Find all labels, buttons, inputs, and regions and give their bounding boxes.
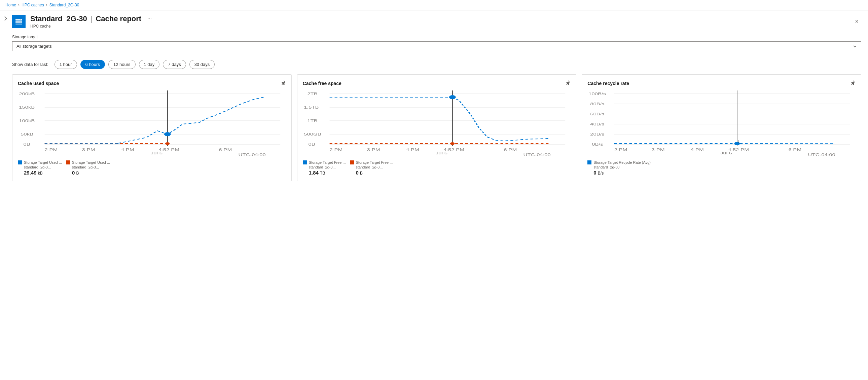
svg-point-4 (21, 22, 21, 23)
legend-item-orange-free: Storage Target Free ... standard_2g-3...… (350, 160, 393, 176)
svg-text:Jul 6: Jul 6 (436, 151, 447, 155)
svg-point-36 (449, 95, 456, 99)
storage-target-section: Storage target All storage targets (12, 31, 861, 55)
chart-cache-recycle-rate: Cache recycle rate 1 (582, 74, 861, 181)
svg-text:UTC-04:00: UTC-04:00 (239, 153, 266, 157)
svg-text:2TB: 2TB (307, 92, 317, 96)
svg-text:40B/s: 40B/s (590, 122, 605, 126)
svg-text:3 PM: 3 PM (82, 148, 95, 152)
svg-text:0B: 0B (24, 142, 30, 146)
legend-item-orange: Storage Target Used ... standard_2g-3...… (66, 160, 110, 176)
chart-title-free: Cache free space (303, 80, 571, 87)
page-icon (12, 15, 26, 28)
chevron-right-icon (3, 16, 9, 21)
storage-target-label: Storage target (12, 35, 861, 39)
pin-icon-free[interactable] (565, 80, 570, 87)
svg-text:|: | (738, 139, 740, 143)
breadcrumb: Home › HPC caches › Standard_2G-30 (5, 3, 79, 7)
svg-text:4:52 PM: 4:52 PM (158, 148, 179, 152)
sidebar-toggle[interactable] (0, 10, 12, 378)
time-btn-7days[interactable]: 7 days (163, 60, 186, 69)
svg-text:2 PM: 2 PM (45, 148, 58, 152)
legend-item-blue-free: Storage Target Free ... standard_2g-3...… (303, 160, 346, 176)
chevron-down-icon (853, 44, 857, 49)
time-filter: Show data for last: 1 hour 6 hours 12 ho… (12, 60, 861, 69)
time-btn-1day[interactable]: 1 day (139, 60, 160, 69)
legend-item-blue: Storage Target Used ... standard_2g-3...… (18, 160, 62, 176)
legend-item-blue-recycle: Storage Target Recycle Rate (Avg) standa… (587, 160, 651, 176)
page-subtitle: HPC cache (30, 24, 847, 29)
svg-text:150kB: 150kB (19, 105, 35, 109)
time-btn-1hour[interactable]: 1 hour (55, 60, 77, 69)
svg-text:4 PM: 4 PM (406, 148, 419, 152)
svg-text:500GB: 500GB (304, 132, 321, 136)
time-filter-label: Show data for last: (12, 62, 49, 67)
close-button[interactable]: × (852, 17, 861, 27)
charts-row: Cache used space 200kB (12, 74, 861, 181)
legend-color-orange (66, 160, 70, 164)
svg-text:3 PM: 3 PM (367, 148, 380, 152)
storage-target-dropdown[interactable]: All storage targets (12, 41, 861, 51)
time-btn-6hours[interactable]: 6 hours (81, 60, 105, 69)
svg-text:100B/s: 100B/s (589, 92, 606, 96)
svg-text:6 PM: 6 PM (504, 148, 517, 152)
svg-text:60B/s: 60B/s (590, 112, 605, 116)
main-content: Standard_2G-30 | Cache report ··· HPC ca… (12, 10, 868, 378)
chart-legend-used: Storage Target Used ... standard_2g-3...… (18, 160, 286, 176)
svg-text:2 PM: 2 PM (329, 148, 342, 152)
chart-area-recycle: 100B/s 80B/s 60B/s 40B/s 20B/s 0B/s | (587, 91, 856, 158)
svg-text:4 PM: 4 PM (691, 148, 704, 152)
svg-text:UTC-04:00: UTC-04:00 (523, 153, 551, 157)
svg-text:200kB: 200kB (19, 92, 35, 96)
breadcrumb-hpc-caches[interactable]: HPC caches (22, 3, 44, 7)
svg-text:1TB: 1TB (307, 119, 317, 123)
svg-text:4:52 PM: 4:52 PM (443, 148, 464, 152)
svg-text:Jul 6: Jul 6 (720, 151, 732, 155)
svg-point-16 (164, 132, 171, 136)
svg-point-17 (165, 142, 169, 145)
more-options-button[interactable]: ··· (145, 14, 154, 23)
chart-cache-used-space: Cache used space 200kB (12, 74, 292, 181)
page-title: Standard_2G-30 | Cache report ··· (30, 14, 847, 23)
svg-text:UTC-04:00: UTC-04:00 (808, 153, 836, 157)
page-title-group: Standard_2G-30 | Cache report ··· HPC ca… (30, 14, 847, 29)
breadcrumb-home[interactable]: Home (5, 3, 16, 7)
svg-text:50kB: 50kB (21, 132, 33, 136)
chart-cache-free-space: Cache free space 2TB (297, 74, 577, 181)
chart-legend-free: Storage Target Free ... standard_2g-3...… (303, 160, 571, 176)
breadcrumb-bar: Home › HPC caches › Standard_2G-30 (0, 0, 868, 10)
pin-icon-recycle[interactable] (850, 80, 856, 87)
hpc-cache-icon (15, 18, 23, 26)
svg-text:4 PM: 4 PM (121, 148, 134, 152)
svg-text:0B: 0B (308, 142, 315, 146)
chart-legend-recycle: Storage Target Recycle Rate (Avg) standa… (587, 160, 856, 176)
chart-area-free: 2TB 1.5TB 1TB 500GB 0B (303, 91, 571, 158)
breadcrumb-current[interactable]: Standard_2G-30 (50, 3, 80, 7)
chart-title-recycle: Cache recycle rate (587, 80, 856, 87)
svg-text:4:52 PM: 4:52 PM (728, 148, 749, 152)
svg-text:20B/s: 20B/s (590, 132, 605, 136)
svg-text:0B/s: 0B/s (592, 142, 603, 146)
pin-icon-used[interactable] (281, 80, 286, 87)
svg-text:1.5TB: 1.5TB (304, 105, 319, 109)
svg-text:Jul 6: Jul 6 (151, 151, 162, 155)
time-btn-12hours[interactable]: 12 hours (108, 60, 135, 69)
legend-color-blue (18, 160, 22, 164)
svg-text:100kB: 100kB (19, 119, 35, 123)
page-header: Standard_2G-30 | Cache report ··· HPC ca… (12, 10, 861, 31)
time-btn-30days[interactable]: 30 days (189, 60, 215, 69)
svg-text:2 PM: 2 PM (614, 148, 627, 152)
chart-area-used: 200kB 150kB 100kB 50kB 0B (18, 91, 286, 158)
svg-text:6 PM: 6 PM (219, 148, 232, 152)
svg-text:80B/s: 80B/s (590, 102, 605, 106)
svg-text:3 PM: 3 PM (652, 148, 665, 152)
storage-target-value: All storage targets (17, 44, 52, 49)
svg-point-3 (21, 20, 21, 20)
svg-text:6 PM: 6 PM (788, 148, 802, 152)
chart-title-used: Cache used space (18, 80, 286, 87)
svg-rect-2 (16, 24, 22, 25)
svg-point-37 (450, 142, 455, 145)
